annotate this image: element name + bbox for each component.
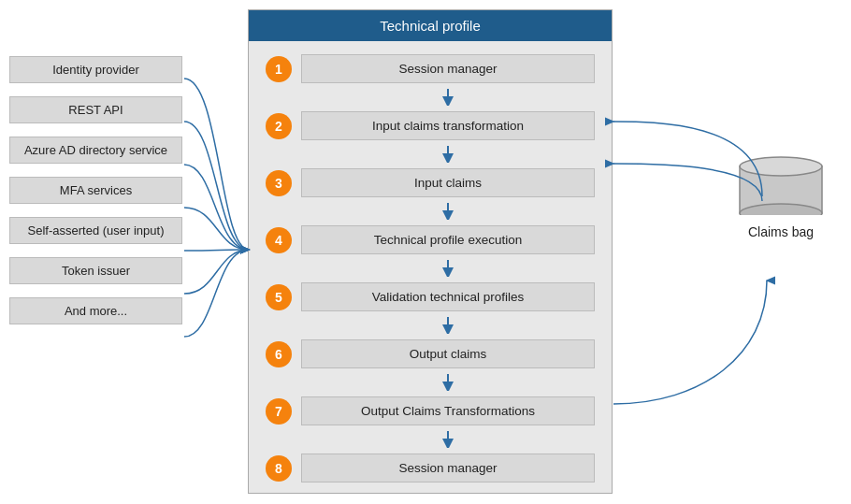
step-row-7: 7 Output Claims Transformations xyxy=(266,396,595,425)
diagram-container: Technical profile 1 Session manager 2 In… xyxy=(0,0,851,504)
step-badge-6: 6 xyxy=(266,341,292,367)
tech-profile-header: Technical profile xyxy=(249,10,612,41)
arrow-down-7-8 xyxy=(301,431,595,448)
cylinder-icon xyxy=(739,150,823,215)
left-item-azure-ad: Azure AD directory service xyxy=(9,137,182,164)
step-box-5: Validation technical profiles xyxy=(301,282,595,311)
claims-bag-label: Claims bag xyxy=(748,224,814,239)
step-row-4: 4 Technical profile execution xyxy=(266,225,595,254)
left-items: Identity provider REST API Azure AD dire… xyxy=(9,56,182,324)
step-box-7: Output Claims Transformations xyxy=(301,396,595,425)
step-badge-8: 8 xyxy=(266,455,292,482)
step-box-8: Session manager xyxy=(301,454,595,482)
step-box-1: Session manager xyxy=(301,54,595,83)
step-row-6: 6 Output claims xyxy=(266,339,595,368)
step-row-3: 3 Input claims xyxy=(266,168,595,197)
tech-profile-panel: Technical profile 1 Session manager 2 In… xyxy=(248,9,613,494)
step-row-2: 2 Input claims transformation xyxy=(266,111,595,140)
step-row-5: 5 Validation technical profiles xyxy=(266,282,595,311)
step-badge-3: 3 xyxy=(266,170,292,196)
step-box-6: Output claims xyxy=(301,339,595,368)
step-box-4: Technical profile execution xyxy=(301,225,595,254)
step-badge-7: 7 xyxy=(266,398,292,425)
step-badge-4: 4 xyxy=(266,227,292,253)
svg-point-9 xyxy=(740,157,822,176)
left-item-token-issuer: Token issuer xyxy=(9,257,182,284)
left-item-and-more: And more... xyxy=(9,297,182,324)
left-item-identity-provider: Identity provider xyxy=(9,56,182,83)
step-box-2: Input claims transformation xyxy=(301,111,595,140)
left-item-mfa: MFA services xyxy=(9,177,182,204)
claims-bag: Claims bag xyxy=(739,150,823,239)
left-item-self-asserted: Self-asserted (user input) xyxy=(9,217,182,244)
steps-container: 1 Session manager 2 Input claims transfo… xyxy=(249,45,612,492)
arrow-down-4-5 xyxy=(301,260,595,277)
left-item-rest-api: REST API xyxy=(9,96,182,123)
arrow-down-1-2 xyxy=(301,89,595,106)
step-badge-1: 1 xyxy=(266,56,292,82)
arrow-down-2-3 xyxy=(301,146,595,163)
arrow-down-3-4 xyxy=(301,203,595,220)
arrow-down-6-7 xyxy=(301,374,595,391)
step-row-1: 1 Session manager xyxy=(266,54,595,83)
step-box-3: Input claims xyxy=(301,168,595,197)
step-badge-5: 5 xyxy=(266,284,292,310)
arrow-down-5-6 xyxy=(301,317,595,334)
step-badge-2: 2 xyxy=(266,113,292,139)
step-row-8: 8 Session manager xyxy=(266,454,595,482)
